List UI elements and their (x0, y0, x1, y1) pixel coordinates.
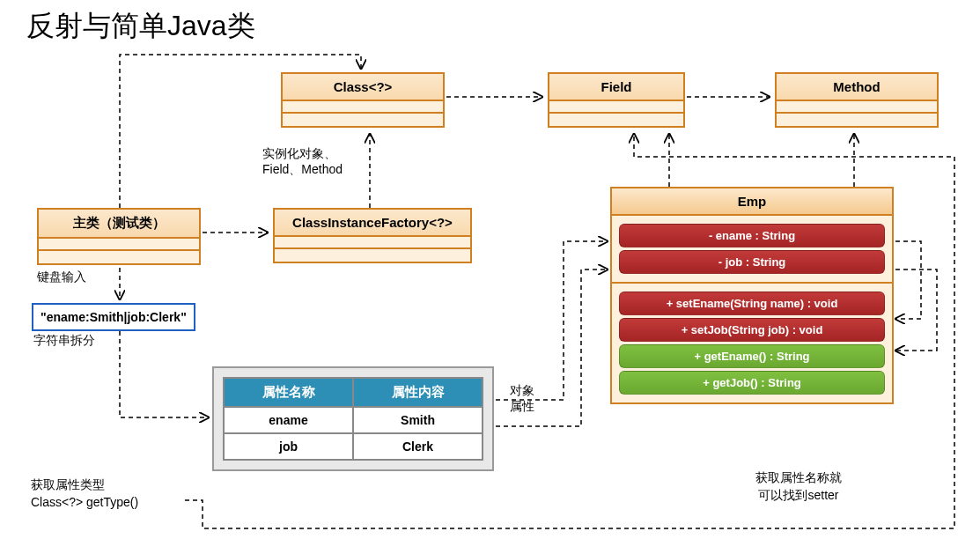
emp-box: Emp - ename : String - job : String + se… (610, 187, 894, 404)
emp-getter-job: + getJob() : String (619, 371, 885, 395)
table-header-value: 属性内容 (353, 378, 483, 407)
get-attr-type-label: 获取属性类型 Class<?> getType() (31, 476, 138, 511)
method-box-label: Method (777, 74, 937, 101)
find-setter-label: 获取属性名称就 可以找到setter (755, 469, 842, 504)
main-class-label: 主类（测试类） (39, 210, 199, 239)
factory-box: ClassInstanceFactory<?> (273, 208, 472, 263)
split-table-panel: 属性名称 属性内容 ename Smith job Clerk (212, 366, 494, 471)
table-row: job Clerk (224, 433, 483, 460)
class-box: Class<?> (281, 72, 445, 128)
main-class-box: 主类（测试类） (37, 208, 201, 265)
method-box: Method (775, 72, 939, 128)
instantiate-label: 实例化对象、 Field、Method (262, 146, 343, 178)
class-box-label: Class<?> (283, 74, 443, 101)
emp-field-job: - job : String (619, 250, 885, 274)
input-string-box: "ename:Smith|job:Clerk" (32, 303, 195, 331)
emp-methods-section: + setEname(String name) : void + setJob(… (612, 284, 892, 402)
field-box-label: Field (549, 74, 683, 101)
diagram-title: 反射与简单Java类 (26, 7, 255, 46)
attribute-table: 属性名称 属性内容 ename Smith job Clerk (223, 377, 483, 461)
factory-box-label: ClassInstanceFactory<?> (275, 210, 470, 237)
table-header-name: 属性名称 (224, 378, 353, 407)
field-box: Field (548, 72, 685, 128)
string-split-label: 字符串拆分 (33, 333, 95, 349)
emp-field-ename: - ename : String (619, 224, 885, 247)
emp-getter-ename: + getEname() : String (619, 344, 885, 368)
emp-box-label: Emp (612, 188, 892, 216)
table-row: ename Smith (224, 407, 483, 433)
emp-setter-job: + setJob(String job) : void (619, 318, 885, 342)
emp-fields-section: - ename : String - job : String (612, 216, 892, 284)
emp-setter-ename: + setEname(String name) : void (619, 292, 885, 315)
keyboard-input-label: 键盘输入 (37, 270, 86, 285)
object-attr-label: 对象 属性 (510, 382, 534, 414)
